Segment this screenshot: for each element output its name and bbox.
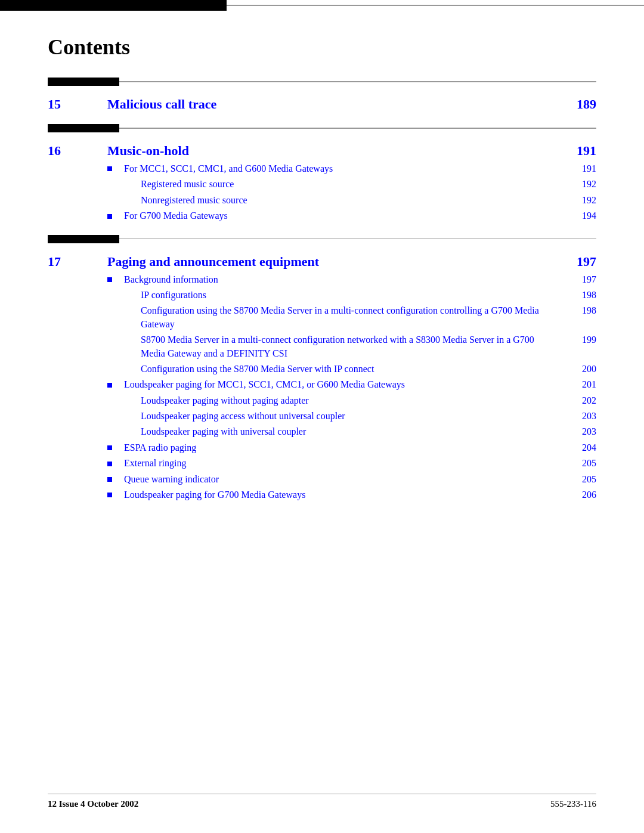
toc-section-17: Background information 197 IP configurat… (107, 273, 596, 502)
chapter-page-16: 191 (561, 143, 596, 159)
divider-line (119, 239, 596, 240)
footer-left: 12 Issue 4 October 2002 (48, 799, 138, 809)
toc-page-1-3: 194 (561, 210, 596, 221)
bullet-col-empty (107, 298, 124, 298)
bullet-col (107, 442, 124, 453)
toc-label-indent-1-1[interactable]: Registered music source (124, 178, 561, 191)
divider-black (48, 235, 119, 243)
toc-page-indent-1-1: 192 (561, 179, 596, 190)
bullet-icon (107, 445, 112, 450)
toc-label-2-5[interactable]: Loudspeaker paging for MCC1, SCC1, CMC1,… (124, 378, 561, 391)
page: Contents 15 Malicious call trace 189 16 … (0, 0, 644, 833)
chapter-title-15[interactable]: Malicious call trace (107, 97, 561, 112)
chapter-title-17[interactable]: Paging and announcement equipment (107, 254, 561, 270)
toc-entry-2-1: IP configurations 198 (107, 289, 596, 302)
toc-label-2-9[interactable]: ESPA radio paging (124, 441, 561, 454)
toc-label-1-3[interactable]: For G700 Media Gateways (124, 209, 561, 222)
chapter-row-17: 17 Paging and announcement equipment 197 (48, 254, 596, 270)
top-bar-black (0, 0, 227, 11)
chapter-number-17: 17 (48, 254, 107, 270)
toc-page-indent-1-2: 192 (561, 195, 596, 206)
toc-page-2-11: 205 (561, 474, 596, 485)
bullet-icon (107, 214, 112, 219)
footer-right: 555-233-116 (550, 799, 596, 809)
chapter-number-16: 16 (48, 143, 107, 159)
bullet-col (107, 210, 124, 221)
toc-entry-1-1: Registered music source 192 (107, 178, 596, 191)
bullet-icon (107, 166, 112, 171)
toc-page-2-10: 205 (561, 458, 596, 469)
toc-label-2-10[interactable]: External ringing (124, 457, 561, 470)
toc-page-indent-2-7: 203 (561, 411, 596, 422)
toc-label-indent-2-8[interactable]: Loudspeaker paging with universal couple… (124, 425, 561, 438)
toc-section-16: For MCC1, SCC1, CMC1, and G600 Media Gat… (107, 162, 596, 223)
divider-black (48, 124, 119, 132)
toc-page-2-9: 204 (561, 442, 596, 453)
toc-page-indent-2-4: 200 (561, 364, 596, 374)
toc-page-1-0: 191 (561, 163, 596, 174)
bullet-icon (107, 477, 112, 482)
toc-label-indent-2-6[interactable]: Loudspeaker paging without paging adapte… (124, 394, 561, 407)
section-divider-0 (48, 78, 596, 86)
bullet-col (107, 457, 124, 469)
toc-label-indent-2-1[interactable]: IP configurations (124, 289, 561, 302)
toc-page-2-12: 206 (561, 490, 596, 500)
bullet-icon (107, 493, 112, 497)
top-bar (0, 0, 644, 11)
toc-page-2-0: 197 (561, 274, 596, 285)
toc-entry-2-12: Loudspeaker paging for G700 Media Gatewa… (107, 488, 596, 501)
toc-page-indent-2-6: 202 (561, 395, 596, 406)
page-title: Contents (48, 35, 596, 60)
toc-entry-2-3: S8700 Media Server in a multi-connect co… (107, 333, 596, 360)
chapter-page-17: 197 (561, 254, 596, 270)
toc-label-indent-2-4[interactable]: Configuration using the S8700 Media Serv… (124, 363, 561, 376)
bullet-col-empty (107, 342, 124, 343)
top-bar-line (227, 5, 644, 6)
bullet-col (107, 274, 124, 285)
bullet-col-empty (107, 434, 124, 435)
bullet-col-empty (107, 203, 124, 203)
toc-label-1-0[interactable]: For MCC1, SCC1, CMC1, and G600 Media Gat… (124, 162, 561, 175)
toc-entry-2-11: Queue warning indicator 205 (107, 473, 596, 486)
toc-label-2-12[interactable]: Loudspeaker paging for G700 Media Gatewa… (124, 488, 561, 501)
bullet-col-empty (107, 313, 124, 314)
bullet-col-empty (107, 187, 124, 187)
toc-entry-2-8: Loudspeaker paging with universal couple… (107, 425, 596, 438)
toc-label-indent-2-3[interactable]: S8700 Media Server in a multi-connect co… (124, 333, 561, 360)
toc-label-indent-1-2[interactable]: Nonregistered music source (124, 194, 561, 207)
chapter-title-16[interactable]: Music-on-hold (107, 143, 561, 159)
content-area: Contents 15 Malicious call trace 189 16 … (0, 11, 644, 537)
bullet-icon (107, 462, 112, 466)
divider-black (48, 78, 119, 86)
bullet-col-empty (107, 371, 124, 372)
bullet-col (107, 489, 124, 500)
toc-entry-1-3: For G700 Media Gateways 194 (107, 209, 596, 222)
section-divider-1 (48, 124, 596, 132)
chapter-number-15: 15 (48, 97, 107, 112)
bullet-col-empty (107, 419, 124, 419)
bullet-icon (107, 383, 112, 388)
toc-entry-1-0: For MCC1, SCC1, CMC1, and G600 Media Gat… (107, 162, 596, 175)
toc-page-indent-2-8: 203 (561, 426, 596, 437)
toc-entry-2-2: Configuration using the S8700 Media Serv… (107, 304, 596, 331)
toc-entry-2-6: Loudspeaker paging without paging adapte… (107, 394, 596, 407)
chapters-container: 15 Malicious call trace 189 16 Music-on-… (48, 78, 596, 501)
divider-line (119, 81, 596, 82)
bullet-icon (107, 277, 112, 282)
toc-page-indent-2-2: 198 (561, 305, 596, 316)
footer: 12 Issue 4 October 2002 555-233-116 (48, 794, 596, 809)
toc-entry-2-4: Configuration using the S8700 Media Serv… (107, 363, 596, 376)
toc-entry-2-9: ESPA radio paging 204 (107, 441, 596, 454)
bullet-col (107, 163, 124, 174)
toc-label-2-0[interactable]: Background information (124, 273, 561, 286)
toc-page-2-5: 201 (561, 379, 596, 390)
toc-label-indent-2-2[interactable]: Configuration using the S8700 Media Serv… (124, 304, 561, 331)
bullet-col-empty (107, 403, 124, 404)
divider-line (119, 128, 596, 129)
chapter-row-16: 16 Music-on-hold 191 (48, 143, 596, 159)
toc-page-indent-2-3: 199 (561, 335, 596, 345)
toc-label-2-11[interactable]: Queue warning indicator (124, 473, 561, 486)
toc-label-indent-2-7[interactable]: Loudspeaker paging access without univer… (124, 410, 561, 423)
toc-entry-2-0: Background information 197 (107, 273, 596, 286)
toc-entry-2-7: Loudspeaker paging access without univer… (107, 410, 596, 423)
